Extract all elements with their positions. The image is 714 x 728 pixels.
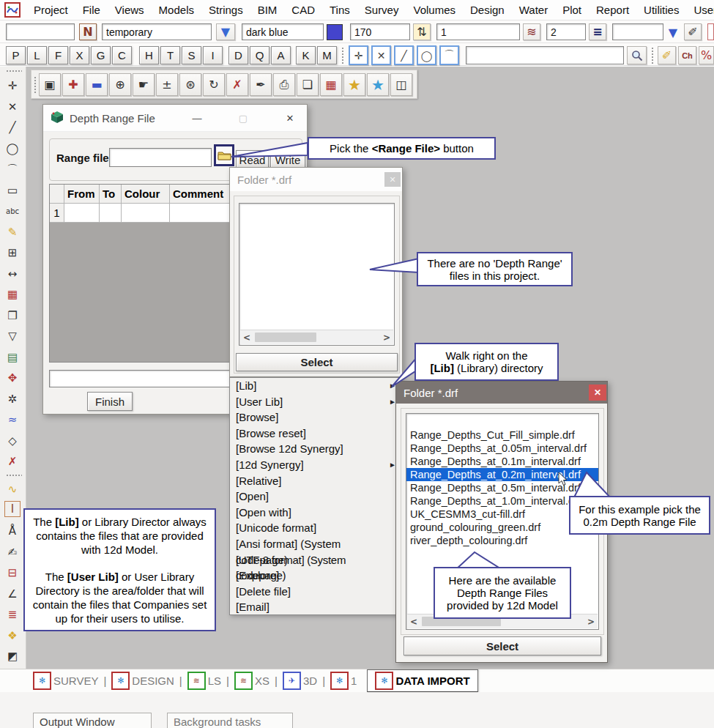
- fkey-i[interactable]: I: [203, 46, 223, 64]
- close-icon[interactable]: ✕: [384, 172, 401, 187]
- menu-user[interactable]: User: [686, 1, 714, 19]
- cell-colour[interactable]: [122, 204, 170, 223]
- zoom-inout-icon[interactable]: ±: [156, 73, 178, 96]
- menu-volumes[interactable]: Volumes: [406, 1, 463, 19]
- menu-item-utf8-format[interactable]: [UTF-8 format] (System codepage): [230, 552, 401, 568]
- menu-item-open[interactable]: [Open]: [230, 489, 401, 505]
- grid-view-icon[interactable]: ▦: [320, 73, 342, 96]
- menu-item-email[interactable]: [Email]: [230, 599, 401, 615]
- fkey-d[interactable]: D: [228, 46, 248, 64]
- remove-view-icon[interactable]: ▬: [86, 73, 108, 96]
- translate-icon[interactable]: ✥: [2, 368, 23, 387]
- picker-pen-icon[interactable]: ✐: [684, 23, 702, 40]
- print-icon[interactable]: ⎙: [273, 73, 295, 96]
- select-button[interactable]: Select: [404, 636, 601, 655]
- menu-item-unicode-format[interactable]: [Unicode format]: [230, 520, 401, 536]
- favourite-blue-icon[interactable]: ★: [367, 73, 389, 96]
- zoom-centre-icon[interactable]: ⊛: [179, 73, 201, 96]
- menu-item-12d-synergy[interactable]: [12d Synergy]►: [230, 457, 401, 473]
- sort-z-icon[interactable]: ⇅: [413, 23, 431, 40]
- tab-ls[interactable]: ≋ LS: [187, 672, 221, 690]
- image-icon[interactable]: ▤: [2, 348, 23, 367]
- range-file-input[interactable]: [109, 148, 212, 167]
- scroll-left-icon[interactable]: <: [407, 617, 420, 627]
- menu-item-ansi-format[interactable]: [Ansi format] (System codepage): [230, 536, 401, 552]
- slope-icon[interactable]: ∠: [2, 584, 23, 603]
- minimize-icon[interactable]: —: [186, 108, 208, 127]
- menu-bim[interactable]: BIM: [250, 1, 285, 19]
- create-text-icon[interactable]: abc: [2, 201, 23, 220]
- fkey-l[interactable]: L: [27, 46, 47, 64]
- menu-item-open-with[interactable]: [Open with]: [230, 505, 401, 521]
- menu-item-browse[interactable]: [Browse]: [230, 409, 401, 426]
- output-window-panel[interactable]: Output Window: [33, 713, 152, 728]
- cross-lines-icon[interactable]: ✕: [2, 97, 23, 116]
- text-style-icon[interactable]: I: [4, 501, 21, 517]
- dropdown-triangle-icon[interactable]: ▼: [665, 24, 681, 40]
- finish-button[interactable]: Finish: [87, 392, 133, 411]
- pan-icon[interactable]: ☛: [133, 73, 155, 96]
- tab-design[interactable]: ✻ DESIGN: [111, 672, 174, 690]
- fkey-h[interactable]: H: [139, 46, 159, 64]
- range-file-folder-button[interactable]: [214, 144, 234, 166]
- name-box-icon[interactable]: N: [79, 23, 97, 40]
- rail-icon[interactable]: ≣: [2, 605, 23, 624]
- copy-window-icon[interactable]: ❐: [2, 306, 23, 325]
- fkey-q[interactable]: Q: [250, 46, 269, 64]
- delete-x-icon[interactable]: ✗: [2, 452, 23, 471]
- paste-point-icon[interactable]: ⊞: [2, 243, 23, 262]
- lines-icon[interactable]: ≡: [589, 23, 606, 40]
- create-arc-icon[interactable]: ⌒: [2, 160, 23, 179]
- cad-text-input[interactable]: [6, 23, 75, 40]
- cross-snap-icon[interactable]: ✕: [371, 45, 391, 65]
- menu-item-user-lib[interactable]: [User Lib]►: [230, 394, 401, 410]
- plot-colour-icon[interactable]: ◩: [2, 647, 23, 666]
- menu-survey[interactable]: Survey: [357, 1, 406, 19]
- menu-views[interactable]: Views: [108, 1, 152, 19]
- dialog-titlebar[interactable]: Depth Range File — ▢ ✕: [43, 105, 307, 132]
- tab-data-import[interactable]: ✻ DATA IMPORT: [367, 669, 477, 693]
- toolbar-grip[interactable]: [6, 474, 22, 478]
- scroll-right-icon[interactable]: >: [380, 333, 393, 343]
- toolbar-grip[interactable]: [341, 47, 345, 64]
- menu-item-relative[interactable]: [Relative]: [230, 473, 401, 489]
- tab-survey[interactable]: ✻ SURVEY: [33, 672, 98, 690]
- menu-report[interactable]: Report: [589, 1, 636, 19]
- dialog-titlebar[interactable]: Folder *.drf ✕: [230, 168, 402, 191]
- fkey-x[interactable]: X: [70, 46, 89, 64]
- edit-note-icon[interactable]: ✍: [2, 543, 23, 562]
- close-icon[interactable]: ✕: [589, 385, 606, 401]
- file-listbox[interactable]: < >: [239, 203, 395, 346]
- fkey-m[interactable]: M: [317, 46, 337, 64]
- fkey-t[interactable]: T: [160, 46, 180, 64]
- create-circle-icon[interactable]: ◯: [2, 139, 23, 158]
- create-rectangle-icon[interactable]: ▭: [2, 181, 23, 200]
- fkey-g[interactable]: G: [91, 46, 111, 64]
- menu-item-explore[interactable]: [Explore]: [230, 568, 401, 584]
- colour-segments-icon[interactable]: ≈: [2, 410, 23, 429]
- model-chevron-icon[interactable]: ▼: [216, 23, 235, 40]
- measure-pen-icon[interactable]: ✐: [658, 46, 676, 64]
- file-item-selected[interactable]: Range_Depths_at_0.2m_interval.drf: [406, 468, 598, 481]
- redraw-icon[interactable]: ✒: [250, 73, 272, 96]
- file-item[interactable]: Range_Depths_at_0.1m_interval.drf: [406, 455, 598, 468]
- menu-item-delete-file[interactable]: [Delete file]: [230, 584, 401, 600]
- height-input[interactable]: [350, 23, 410, 40]
- favourite-yellow-icon[interactable]: ★: [343, 73, 365, 96]
- arc-snap-icon[interactable]: ⌒: [439, 45, 459, 65]
- horizontal-scrollbar[interactable]: < >: [240, 330, 393, 344]
- plot-yellow-icon[interactable]: ❖: [2, 626, 23, 645]
- menu-project[interactable]: Project: [26, 1, 75, 19]
- section-icon[interactable]: ⊟: [2, 563, 23, 582]
- line-snap-icon[interactable]: ╱: [394, 45, 414, 65]
- tab-3d[interactable]: ✈ 3D: [283, 672, 317, 690]
- colour-input[interactable]: [242, 23, 324, 40]
- file-item[interactable]: Range_Depths_Cut_Fill_simple.drf: [406, 428, 598, 442]
- menu-utilities[interactable]: Utilities: [636, 1, 686, 19]
- file-item[interactable]: Range_Depths_at_0.05m_interval.drf: [406, 442, 598, 455]
- move-point-icon[interactable]: ✲: [2, 390, 23, 409]
- menu-item-lib[interactable]: [Lib]►: [230, 378, 401, 394]
- menu-models[interactable]: Models: [152, 1, 201, 19]
- search-input[interactable]: [466, 46, 624, 64]
- close-icon[interactable]: ✕: [279, 108, 301, 127]
